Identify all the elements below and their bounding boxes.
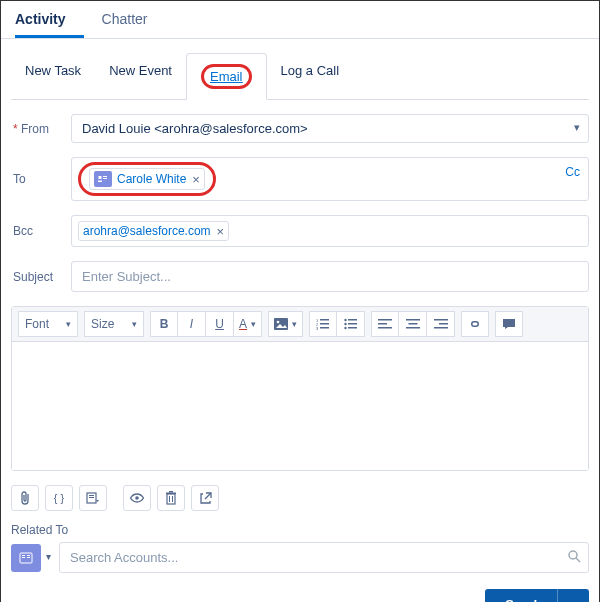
svg-rect-4 xyxy=(98,181,102,183)
related-object-picker[interactable] xyxy=(11,544,41,572)
send-button[interactable]: Send xyxy=(485,589,557,602)
subtab-new-task[interactable]: New Task xyxy=(11,53,95,99)
align-left-button[interactable] xyxy=(371,311,399,337)
bcc-recipient-pill[interactable]: arohra@salesforce.com × xyxy=(78,221,229,241)
svg-rect-27 xyxy=(434,327,448,329)
svg-rect-41 xyxy=(27,557,30,558)
svg-rect-32 xyxy=(167,494,175,504)
svg-point-31 xyxy=(135,496,139,500)
underline-button[interactable]: U xyxy=(206,311,234,337)
subject-label: Subject xyxy=(11,270,71,284)
svg-rect-3 xyxy=(103,178,107,179)
from-label: * From xyxy=(11,122,71,136)
highlight-ring-to: Carole White × xyxy=(78,162,216,196)
svg-rect-37 xyxy=(20,553,32,563)
to-field[interactable]: Carole White × Cc xyxy=(71,157,589,201)
svg-rect-5 xyxy=(274,318,288,330)
svg-rect-35 xyxy=(169,496,170,502)
svg-rect-18 xyxy=(348,327,357,329)
bcc-recipient-name: arohra@salesforce.com xyxy=(83,224,211,238)
svg-rect-30 xyxy=(89,497,94,498)
tab-chatter[interactable]: Chatter xyxy=(102,1,166,38)
svg-rect-26 xyxy=(439,323,448,325)
text-color-button[interactable]: A xyxy=(234,311,262,337)
align-center-button[interactable] xyxy=(399,311,427,337)
bulleted-list-button[interactable] xyxy=(337,311,365,337)
svg-rect-16 xyxy=(348,323,357,325)
svg-text:3: 3 xyxy=(316,326,319,330)
numbered-list-button[interactable]: 123 xyxy=(309,311,337,337)
svg-rect-20 xyxy=(378,323,387,325)
svg-rect-38 xyxy=(22,555,25,556)
svg-point-17 xyxy=(344,327,346,329)
related-to-label: Related To xyxy=(11,523,589,537)
subtab-email[interactable]: Email xyxy=(186,53,267,100)
to-label: To xyxy=(11,172,71,186)
svg-rect-14 xyxy=(348,319,357,321)
bold-button[interactable]: B xyxy=(150,311,178,337)
remove-recipient-icon[interactable]: × xyxy=(192,173,200,186)
activity-sub-tabs: New Task New Event Email Log a Call xyxy=(11,53,589,100)
svg-rect-36 xyxy=(172,496,173,502)
highlight-ring: Email xyxy=(201,64,252,89)
align-right-button[interactable] xyxy=(427,311,455,337)
svg-rect-39 xyxy=(22,557,25,558)
related-to-input[interactable] xyxy=(59,542,589,573)
svg-rect-8 xyxy=(320,319,329,321)
svg-rect-10 xyxy=(320,323,329,325)
to-recipient-pill[interactable]: Carole White × xyxy=(89,168,205,190)
size-select[interactable]: Size xyxy=(84,311,144,337)
font-select[interactable]: Font xyxy=(18,311,78,337)
send-dropdown[interactable]: ▼ xyxy=(557,589,589,602)
svg-rect-19 xyxy=(378,319,392,321)
subtab-new-event[interactable]: New Event xyxy=(95,53,186,99)
bcc-label: Bcc xyxy=(11,224,71,238)
preview-button[interactable] xyxy=(123,485,151,511)
tab-activity[interactable]: Activity xyxy=(15,1,84,38)
subject-input[interactable] xyxy=(71,261,589,292)
svg-rect-12 xyxy=(320,327,329,329)
editor-toolbar: Font Size B I U A xyxy=(12,307,588,342)
template-button[interactable] xyxy=(79,485,107,511)
svg-rect-21 xyxy=(378,327,392,329)
svg-rect-24 xyxy=(406,327,420,329)
attach-button[interactable] xyxy=(11,485,39,511)
merge-field-button[interactable]: { } xyxy=(45,485,73,511)
popout-button[interactable] xyxy=(191,485,219,511)
svg-rect-22 xyxy=(406,319,420,321)
subtab-log-call[interactable]: Log a Call xyxy=(267,53,354,99)
svg-point-15 xyxy=(344,323,346,325)
svg-line-43 xyxy=(576,558,580,562)
svg-point-42 xyxy=(569,551,577,559)
svg-rect-23 xyxy=(408,323,417,325)
email-composer-panel: Activity Chatter New Task New Event Emai… xyxy=(0,0,600,602)
remove-bcc-icon[interactable]: × xyxy=(217,225,225,238)
action-buttons: { } xyxy=(11,485,589,511)
svg-rect-1 xyxy=(99,176,102,179)
from-select[interactable]: David Louie <arohra@salesforce.com> xyxy=(71,114,589,143)
email-form: * From David Louie <arohra@salesforce.co… xyxy=(11,100,589,602)
svg-rect-25 xyxy=(434,319,448,321)
to-recipient-name: Carole White xyxy=(117,172,186,186)
editor-body[interactable] xyxy=(12,342,588,470)
svg-rect-40 xyxy=(27,555,30,556)
svg-rect-2 xyxy=(103,176,107,177)
rich-text-editor: Font Size B I U A xyxy=(11,306,589,471)
top-tabs: Activity Chatter xyxy=(1,1,599,39)
search-icon xyxy=(567,549,581,563)
bcc-field[interactable]: arohra@salesforce.com × xyxy=(71,215,589,247)
svg-point-13 xyxy=(344,319,346,321)
insert-image-button[interactable] xyxy=(268,311,303,337)
delete-button[interactable] xyxy=(157,485,185,511)
link-button[interactable] xyxy=(461,311,489,337)
svg-point-6 xyxy=(277,321,280,324)
italic-button[interactable]: I xyxy=(178,311,206,337)
svg-rect-34 xyxy=(169,491,173,493)
cc-link[interactable]: Cc xyxy=(565,165,580,179)
svg-rect-33 xyxy=(166,493,176,495)
svg-rect-29 xyxy=(89,495,94,496)
contact-icon xyxy=(94,171,112,187)
chat-button[interactable] xyxy=(495,311,523,337)
